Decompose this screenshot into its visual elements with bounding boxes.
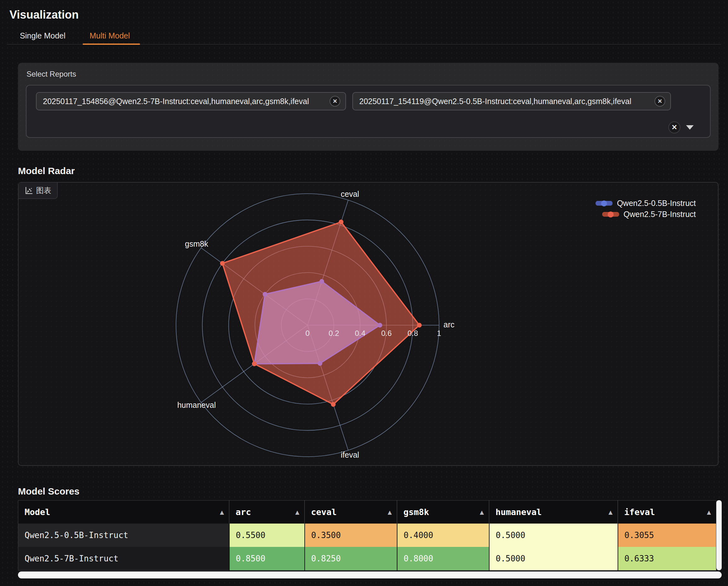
table-vertical-scrollbar[interactable] [716, 500, 722, 570]
scatter-chart-icon [25, 186, 33, 195]
model-name-cell: Qwen2.5-0.5B-Instruct [18, 524, 229, 547]
chevron-down-icon[interactable] [686, 125, 694, 130]
column-header-ceval[interactable]: ceval▲ [305, 501, 397, 524]
table-header-row: Model▲ arc▲ ceval▲ gsm8k▲ humaneval▲ ife… [18, 501, 716, 524]
svg-text:0.8: 0.8 [408, 329, 418, 338]
svg-text:gsm8k: gsm8k [185, 239, 208, 248]
sort-icon: ▲ [220, 509, 224, 515]
report-chip-label: 20250117_154119@Qwen2.5-0.5B-Instruct:ce… [359, 97, 631, 106]
table-row: Qwen2.5-7B-Instruct 0.8500 0.8250 0.8000… [18, 547, 716, 570]
svg-text:0.2: 0.2 [329, 329, 339, 338]
chart-type-badge[interactable]: 图表 [19, 183, 58, 199]
column-header-humaneval[interactable]: humaneval▲ [489, 501, 618, 524]
legend-label: Qwen2.5-7B-Instruct [624, 210, 696, 219]
tab-multi-model[interactable]: Multi Model [83, 28, 137, 44]
page-title: Visualization [9, 8, 79, 22]
sort-icon: ▲ [388, 509, 392, 515]
legend-dot-marker [607, 211, 614, 217]
legend-dot-marker [601, 200, 607, 206]
radar-heading: Model Radar [18, 166, 75, 176]
legend-line-marker [596, 201, 613, 206]
reports-multiselect[interactable]: 20250117_154856@Qwen2.5-7B-Instruct:ceva… [26, 85, 711, 138]
score-cell: 0.4000 [397, 524, 489, 547]
legend-item[interactable]: Qwen2.5-0.5B-Instruct [596, 198, 696, 209]
chart-badge-label: 图表 [36, 185, 51, 195]
sort-icon: ▲ [707, 509, 711, 515]
active-tab-underline [83, 44, 140, 45]
report-chip[interactable]: 20250117_154119@Qwen2.5-0.5B-Instruct:ce… [352, 92, 671, 110]
chip-remove-icon[interactable]: ✕ [654, 96, 665, 107]
column-header-model[interactable]: Model▲ [18, 501, 229, 524]
svg-text:ceval: ceval [341, 190, 359, 198]
score-cell: 0.5000 [489, 547, 618, 570]
model-scores-table: Model▲ arc▲ ceval▲ gsm8k▲ humaneval▲ ife… [18, 500, 722, 580]
report-chip-label: 20250117_154856@Qwen2.5-7B-Instruct:ceva… [43, 97, 309, 106]
select-reports-label: Select Reports [26, 70, 76, 79]
column-header-gsm8k[interactable]: gsm8k▲ [397, 501, 489, 524]
sort-icon: ▲ [608, 509, 613, 515]
legend-item[interactable]: Qwen2.5-7B-Instruct [602, 209, 696, 220]
clear-all-icon[interactable]: ✕ [668, 122, 680, 133]
score-cell: 0.8500 [229, 547, 305, 570]
sort-icon: ▲ [295, 509, 300, 515]
score-cell: 0.3055 [618, 524, 716, 547]
model-radar-panel: 00.20.40.60.81arccevalgsm8khumanevalifev… [18, 182, 719, 466]
radar-legend: Qwen2.5-0.5B-Instruct Qwen2.5-7B-Instruc… [596, 198, 696, 220]
svg-text:0.4: 0.4 [355, 329, 365, 338]
legend-label: Qwen2.5-0.5B-Instruct [617, 199, 696, 208]
score-cell: 0.6333 [618, 547, 716, 570]
column-header-ifeval[interactable]: ifeval▲ [618, 501, 716, 524]
svg-text:humaneval: humaneval [177, 401, 216, 409]
sort-icon: ▲ [480, 509, 484, 515]
tab-bar: Single Model Multi Model [7, 28, 721, 45]
report-chip[interactable]: 20250117_154856@Qwen2.5-7B-Instruct:ceva… [36, 92, 346, 110]
svg-text:0: 0 [305, 329, 309, 338]
legend-line-marker [602, 212, 619, 217]
chip-remove-icon[interactable]: ✕ [330, 96, 340, 107]
column-header-arc[interactable]: arc▲ [229, 501, 305, 524]
score-cell: 0.5000 [489, 524, 618, 547]
score-cell: 0.8250 [305, 547, 397, 570]
scores-heading: Model Scores [18, 486, 79, 497]
score-cell: 0.8000 [397, 547, 489, 570]
score-cell: 0.5500 [229, 524, 305, 547]
table-row: Qwen2.5-0.5B-Instruct 0.5500 0.3500 0.40… [18, 524, 716, 547]
score-cell: 0.3500 [305, 524, 397, 547]
radar-chart: 00.20.40.60.81arccevalgsm8khumanevalifev… [19, 183, 718, 465]
svg-text:ifeval: ifeval [341, 450, 359, 459]
table-horizontal-scrollbar[interactable] [18, 571, 722, 579]
tab-single-model[interactable]: Single Model [13, 28, 73, 44]
select-reports-panel: Select Reports 20250117_154856@Qwen2.5-7… [18, 63, 719, 151]
svg-text:1: 1 [437, 329, 441, 338]
svg-text:0.6: 0.6 [381, 329, 392, 338]
multiselect-controls: ✕ [668, 122, 694, 133]
model-name-cell: Qwen2.5-7B-Instruct [18, 547, 229, 570]
svg-text:arc: arc [443, 320, 454, 329]
